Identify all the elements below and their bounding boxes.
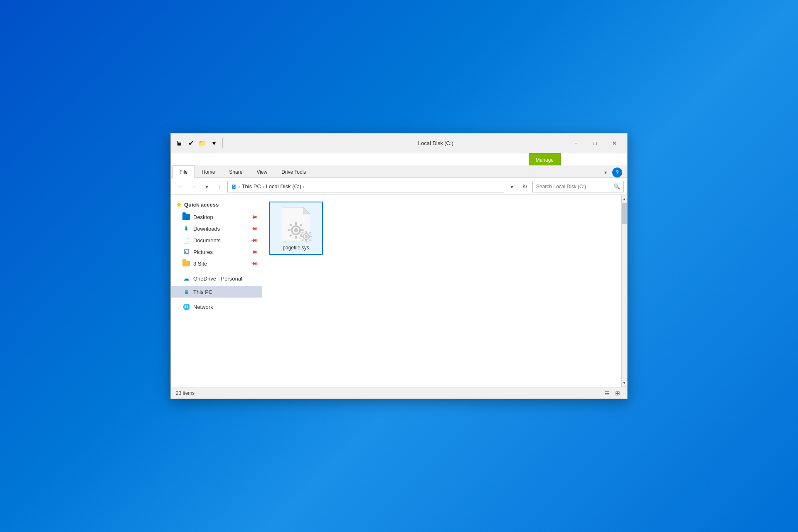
svg-point-13 [305, 235, 308, 238]
svg-rect-8 [289, 224, 292, 227]
svg-rect-19 [309, 232, 311, 234]
tab-view[interactable]: View [249, 165, 274, 178]
list-view-button[interactable]: ☰ [602, 389, 611, 397]
path-local-disk[interactable]: Local Disk (C:) [266, 183, 301, 190]
address-bar: ← → ▾ ↑ 🖥 › This PC › Local Disk (C:) › … [171, 178, 627, 195]
forward-button[interactable]: → [187, 181, 199, 192]
tab-drive-tools[interactable]: Drive Tools [274, 165, 313, 178]
scrollbar-track[interactable] [621, 203, 627, 379]
svg-rect-20 [301, 239, 304, 241]
sidebar-item-pictures-label: Pictures [193, 249, 213, 255]
window-title: Local Disk (C:) [305, 140, 566, 146]
sidebar-item-desktop[interactable]: Desktop 📌 [171, 211, 262, 223]
quick-access-star-icon: ★ [176, 201, 182, 209]
svg-rect-4 [295, 222, 297, 225]
up-button[interactable]: ↑ [214, 181, 226, 192]
tab-share[interactable]: Share [222, 165, 249, 178]
search-icon[interactable]: 🔍 [613, 183, 620, 190]
explorer-window: 🖥 ✔ 📁 ▾ Local Disk (C:) − □ ✕ Manage Fil… [170, 133, 628, 399]
qat-dropdown-icon[interactable]: ▾ [209, 138, 219, 148]
scroll-down-button[interactable]: ▼ [621, 379, 627, 387]
maximize-button[interactable]: □ [586, 137, 605, 150]
3site-folder-icon [182, 260, 190, 267]
file-item-pagefile[interactable]: pagefile.sys [269, 202, 323, 255]
path-dropdown-button[interactable]: ▾ [506, 181, 517, 192]
sidebar-item-3site[interactable]: 3 Site 📌 [171, 258, 262, 269]
desktop-folder-icon [182, 213, 190, 221]
onedrive-icon: ☁ [182, 275, 190, 282]
this-pc-sidebar-icon: 🖥 [182, 288, 190, 296]
recent-locations-button[interactable]: ▾ [201, 181, 212, 192]
pictures-pin-icon: 📌 [250, 248, 258, 256]
title-bar: 🖥 ✔ 📁 ▾ Local Disk (C:) − □ ✕ [171, 133, 627, 153]
svg-marker-1 [303, 207, 310, 214]
sidebar-item-onedrive[interactable]: ☁ OneDrive - Personal [171, 273, 262, 284]
help-button[interactable]: ? [612, 167, 622, 177]
file-grid: pagefile.sys [269, 202, 619, 255]
sidebar-spacer-3 [171, 298, 262, 301]
status-item-count: 23 items [176, 390, 195, 396]
pictures-icon: 🖼 [182, 248, 190, 256]
tab-home[interactable]: Home [195, 165, 222, 178]
ribbon-collapse-button[interactable]: ▾ [601, 167, 611, 177]
svg-rect-17 [310, 236, 312, 237]
sidebar-item-documents[interactable]: 📄 Documents 📌 [171, 234, 262, 246]
back-button[interactable]: ← [174, 181, 186, 192]
sidebar-item-downloads[interactable]: ⬇ Downloads 📌 [171, 223, 262, 234]
sidebar-item-onedrive-label: OneDrive - Personal [193, 276, 242, 282]
tile-view-button[interactable]: ⊞ [613, 389, 622, 397]
status-bar: 23 items ☰ ⊞ [171, 387, 627, 399]
sidebar: ★ Quick access Desktop 📌 ⬇ Downloads 📌 [171, 195, 262, 387]
close-button[interactable]: ✕ [605, 137, 624, 150]
svg-rect-10 [289, 234, 292, 237]
downloads-icon: ⬇ [182, 225, 190, 232]
path-this-pc[interactable]: This PC [242, 183, 261, 190]
3site-pin-icon: 📌 [250, 259, 258, 267]
svg-rect-16 [300, 236, 303, 237]
sidebar-item-this-pc-label: This PC [193, 289, 212, 295]
title-buttons: − □ ✕ [566, 137, 624, 150]
documents-icon: 📄 [182, 236, 190, 244]
sidebar-spacer-1 [171, 269, 262, 273]
svg-rect-18 [301, 232, 304, 234]
desktop-pin-icon: 📌 [250, 213, 258, 221]
tab-file[interactable]: File [172, 165, 195, 178]
svg-rect-6 [288, 229, 291, 231]
scrollbar-thumb[interactable] [622, 203, 627, 224]
search-input[interactable] [536, 184, 613, 190]
qat-folder-icon[interactable]: 📁 [197, 138, 207, 148]
minimize-button[interactable]: − [566, 137, 586, 150]
qat-explorer-icon[interactable]: 🖥 [174, 138, 184, 148]
gear-small-svg [300, 230, 313, 243]
downloads-pin-icon: 📌 [250, 224, 258, 232]
sidebar-item-network[interactable]: 🌐 Network [171, 301, 262, 313]
sidebar-item-network-label: Network [193, 304, 213, 310]
sidebar-quick-access-header[interactable]: ★ Quick access [171, 198, 262, 211]
qat-separator [222, 138, 223, 148]
address-path[interactable]: 🖥 › This PC › Local Disk (C:) › [227, 181, 504, 192]
file-name-pagefile: pagefile.sys [283, 245, 309, 251]
svg-rect-15 [305, 240, 307, 242]
this-pc-icon: 🖥 [231, 183, 237, 190]
scroll-up-button[interactable]: ▲ [621, 195, 627, 203]
sidebar-item-3site-label: 3 Site [193, 261, 207, 267]
sidebar-item-downloads-label: Downloads [193, 226, 220, 232]
documents-pin-icon: 📌 [250, 236, 258, 244]
sidebar-item-this-pc[interactable]: 🖥 This PC [171, 286, 262, 298]
ribbon-chevron-area: ▾ ? [601, 167, 626, 177]
svg-rect-9 [300, 224, 303, 227]
title-bar-left: 🖥 ✔ 📁 ▾ [174, 138, 305, 148]
network-icon: 🌐 [182, 303, 190, 310]
refresh-button[interactable]: ↻ [519, 181, 531, 192]
tab-manage[interactable]: Manage [529, 153, 561, 166]
qat-checkmark-icon[interactable]: ✔ [186, 138, 196, 148]
ribbon-tab-row: Manage [171, 153, 627, 165]
ribbon: Manage File Home Share View Drive Tools … [171, 153, 627, 178]
path-sep-3: › [303, 184, 305, 189]
address-right: ▾ ↻ 🔍 [506, 181, 624, 192]
sidebar-item-desktop-label: Desktop [193, 214, 213, 220]
sidebar-item-pictures[interactable]: 🖼 Pictures 📌 [171, 246, 262, 258]
svg-rect-21 [309, 239, 311, 241]
quick-access-label: Quick access [184, 202, 219, 208]
file-area-container: ▲ [262, 195, 627, 387]
